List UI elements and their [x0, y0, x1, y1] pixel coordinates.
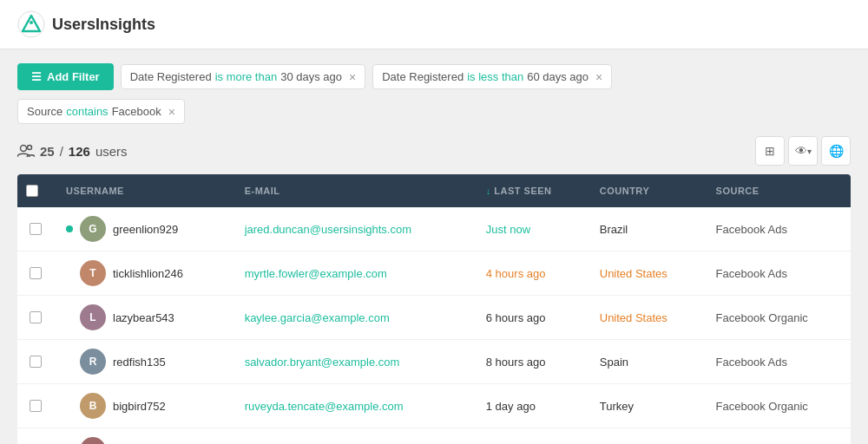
main-content: ☰ Add Filter Date Registered is more tha…	[0, 49, 868, 444]
country-cell: Brazil	[588, 207, 704, 251]
avatar: T	[80, 260, 106, 286]
filter1-field: Date Registered	[130, 70, 212, 83]
username[interactable]: redfish135	[113, 356, 166, 369]
filter3-field: Source	[27, 105, 62, 118]
filter2-remove-button[interactable]: ×	[595, 71, 602, 83]
filter1-operator: is more than	[215, 70, 278, 83]
table-row: B bigbird752 ruveyda.tencate@example.com…	[17, 384, 851, 428]
email[interactable]: jared.duncan@usersinsights.com	[245, 223, 411, 236]
filter-icon: ☰	[31, 70, 42, 83]
filter-tag-3: Source contains Facebook ×	[17, 99, 185, 124]
header: UsersInsights	[0, 0, 868, 49]
select-all-checkbox[interactable]	[26, 185, 38, 197]
user-cell-1: G greenlion929	[54, 207, 233, 251]
grid-icon: ⊞	[765, 144, 775, 158]
row-checkbox[interactable]	[30, 356, 42, 368]
avatar: B	[80, 393, 106, 419]
grid-view-button[interactable]: ⊞	[755, 136, 785, 166]
source: Facebook Ads	[716, 356, 787, 369]
last-seen-cell: 1 day ago	[474, 384, 588, 428]
app-container: UsersInsights ☰ Add Filter Date Register…	[0, 0, 868, 444]
row-checkbox[interactable]	[30, 267, 42, 279]
table-header-row: USERNAME E-MAIL ↓ LAST SEEN COUNTRY SOUR…	[17, 174, 851, 207]
col-email: E-MAIL	[233, 174, 474, 207]
filter3-remove-button[interactable]: ×	[168, 106, 175, 118]
users-label: users	[95, 144, 128, 159]
last-seen: 8 hours ago	[486, 356, 546, 369]
email[interactable]: myrtle.fowler@example.com	[245, 267, 387, 280]
source-cell: Facebook Organic	[704, 384, 851, 428]
users-count: 25 / 126 users	[17, 144, 128, 159]
email-cell: luck.bisschop@example.com	[233, 428, 474, 445]
email[interactable]: ruveyda.tencate@example.com	[245, 400, 404, 413]
dropdown-arrow: ▾	[807, 147, 812, 156]
users-icon	[17, 144, 35, 158]
view-controls: ⊞ 👁 ▾ 🌐	[755, 136, 851, 166]
table-row: G greenlion929 jared.duncan@usersinsight…	[17, 207, 851, 251]
country-cell: Italy	[588, 428, 704, 445]
last-seen: 6 hours ago	[486, 311, 546, 324]
filter3-operator: contains	[66, 105, 108, 118]
app-title: UsersInsights	[52, 16, 155, 34]
filter1-remove-button[interactable]: ×	[349, 71, 356, 83]
filter2-value: 60 days ago	[527, 70, 589, 83]
row-checkbox[interactable]	[30, 311, 42, 323]
filter-row-2: Source contains Facebook ×	[17, 99, 851, 124]
user-cell-4: R redfish135	[54, 340, 233, 384]
email-cell: jared.duncan@usersinsights.com	[233, 207, 474, 251]
col-last-seen[interactable]: ↓ LAST SEEN	[474, 174, 588, 207]
columns-view-button[interactable]: 👁 ▾	[788, 136, 818, 166]
col-source: SOURCE	[704, 174, 851, 207]
col-username: USERNAME	[54, 174, 233, 207]
last-seen: Just now	[486, 223, 530, 236]
last-seen-cell: 4 hours ago	[474, 251, 588, 296]
row-checkbox[interactable]	[30, 400, 42, 412]
filter-row-1: ☰ Add Filter Date Registered is more tha…	[17, 63, 851, 90]
filter-tag-2: Date Registered is less than 60 days ago…	[372, 64, 612, 89]
settings-view-button[interactable]: 🌐	[821, 136, 851, 166]
online-indicator	[66, 225, 73, 232]
svg-point-3	[21, 146, 27, 152]
source-cell: Facebook Ads	[704, 207, 851, 251]
svg-point-2	[30, 21, 33, 24]
row-checkbox[interactable]	[30, 223, 42, 235]
users-total: 126	[69, 144, 90, 159]
source-cell: Facebook Ads	[704, 251, 851, 296]
source: Facebook Organic	[716, 311, 808, 324]
email[interactable]: kaylee.garcia@example.com	[245, 311, 390, 324]
user-cell-inner: R redfish135	[66, 349, 220, 375]
table-row: R redfish135 salvador.bryant@example.com…	[17, 340, 851, 384]
logo-icon	[17, 10, 45, 38]
users-count-row: 25 / 126 users ⊞ 👁 ▾ 🌐	[17, 136, 851, 166]
country[interactable]: United States	[600, 311, 667, 324]
filter-tag-1: Date Registered is more than 30 days ago…	[121, 64, 366, 89]
user-cell-inner: B bigbird752	[66, 393, 220, 419]
avatar: L	[80, 437, 106, 444]
users-table: USERNAME E-MAIL ↓ LAST SEEN COUNTRY SOUR…	[17, 174, 851, 444]
username[interactable]: greenlion929	[113, 223, 178, 236]
last-seen-cell: 6 hours ago	[474, 296, 588, 340]
source: Facebook Organic	[716, 400, 808, 413]
filter1-value: 30 days ago	[280, 70, 342, 83]
email[interactable]: salvador.bryant@example.com	[245, 356, 400, 369]
country: Brazil	[600, 223, 628, 236]
add-filter-button[interactable]: ☰ Add Filter	[17, 63, 114, 90]
user-cell-6: L lazyduck350	[54, 428, 233, 445]
user-cell-2: T ticklishlion246	[54, 251, 233, 296]
country-cell: Spain	[588, 340, 704, 384]
email-cell: myrtle.fowler@example.com	[233, 251, 474, 296]
username[interactable]: ticklishlion246	[113, 267, 183, 280]
last-seen-cell: 8 hours ago	[474, 340, 588, 384]
sort-arrow: ↓	[486, 186, 491, 196]
last-seen: 4 hours ago	[486, 267, 546, 280]
select-all-col	[17, 174, 54, 207]
source: Facebook Ads	[716, 223, 787, 236]
source-cell: Facebook Organic	[704, 428, 851, 445]
country-cell: Turkey	[588, 384, 704, 428]
username[interactable]: lazybear543	[113, 311, 174, 324]
filter3-value: Facebook	[112, 105, 161, 118]
username[interactable]: bigbird752	[113, 400, 166, 413]
last-seen-cell: 2 days ago	[474, 428, 588, 445]
user-cell-inner: L lazyduck350	[66, 437, 220, 444]
country[interactable]: United States	[600, 267, 667, 280]
